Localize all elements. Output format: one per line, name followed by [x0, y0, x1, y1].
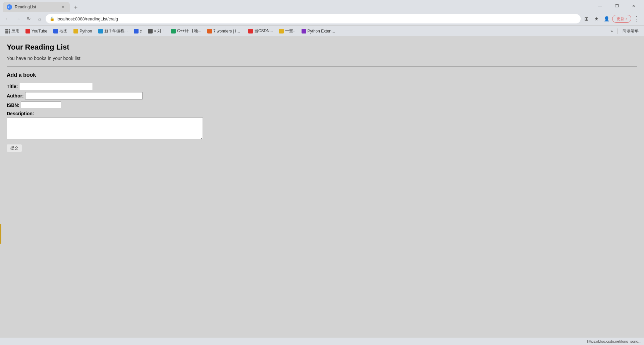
- bookmark-pyext[interactable]: Python Extensi... ...: [299, 27, 339, 35]
- bookmark-cpp-label: C++计 【地...: [177, 28, 201, 34]
- lock-icon: 🔒: [50, 16, 55, 21]
- new-tab-button[interactable]: +: [71, 3, 80, 12]
- bookmark-separator: [618, 28, 618, 34]
- tab-favicon: ⊙: [7, 4, 12, 10]
- tab-close-button[interactable]: ×: [60, 4, 66, 10]
- bookmark-wonders[interactable]: 7 wonders | Imag...: [205, 27, 245, 35]
- isbn-row: ISBN:: [7, 101, 637, 109]
- page-content: Your Reading List You have no books in y…: [0, 36, 644, 345]
- bookmark-maps-label: 地图: [59, 28, 67, 34]
- title-label: Title:: [7, 84, 18, 89]
- misc-icon: [279, 29, 284, 33]
- bookmark-c2[interactable]: c 划！: [145, 27, 168, 35]
- bookmark-python-label: Python: [79, 29, 92, 33]
- reading-list-button[interactable]: 阅读清单: [620, 27, 641, 35]
- author-label: Author:: [7, 93, 24, 98]
- youtube-icon: [25, 29, 30, 33]
- scroll-indicator: [0, 224, 1, 244]
- description-label: Description:: [7, 111, 34, 116]
- python-icon: [73, 29, 78, 33]
- bookmark-coding-label: 新手学编程...: [104, 28, 128, 34]
- section-divider: [7, 66, 637, 67]
- bookmark-python[interactable]: Python: [71, 27, 95, 35]
- maximize-button[interactable]: ❐: [609, 1, 625, 11]
- title-bar: ⊙ ReadingList × + — ❐ ✕: [0, 0, 644, 12]
- bookmark-youtube[interactable]: YouTube: [23, 27, 50, 35]
- menu-button[interactable]: ⋮: [632, 14, 641, 23]
- home-button[interactable]: ⌂: [35, 14, 44, 23]
- pyext-icon: [302, 29, 306, 33]
- status-url: https://blog.csdn.net/long_song...: [587, 339, 641, 343]
- toolbar-right: ⊞ ★ 👤 更新 › ⋮: [582, 14, 641, 23]
- tabs-area: ⊙ ReadingList × +: [3, 0, 592, 12]
- bookmark-maps[interactable]: 地图: [51, 27, 70, 35]
- minimize-button[interactable]: —: [592, 1, 608, 11]
- account-button[interactable]: 👤: [602, 14, 611, 23]
- bookmark-coding[interactable]: 新手学编程...: [96, 27, 130, 35]
- active-tab[interactable]: ⊙ ReadingList ×: [3, 2, 70, 12]
- maps-icon: [53, 29, 58, 33]
- submit-button[interactable]: 提交: [7, 144, 22, 152]
- bookmark-apps-label: 应用: [11, 28, 19, 34]
- bookmark-youtube-label: YouTube: [32, 29, 47, 33]
- refresh-button[interactable]: ↻: [24, 14, 34, 23]
- update-button[interactable]: 更新 ›: [612, 15, 631, 23]
- c2-icon: [148, 29, 153, 33]
- description-textarea[interactable]: [7, 118, 203, 139]
- bookmark-misc[interactable]: 一些..: [276, 27, 298, 35]
- coding-icon: [98, 29, 103, 33]
- title-input[interactable]: [19, 83, 93, 90]
- author-input[interactable]: [25, 92, 143, 99]
- isbn-label: ISBN:: [7, 102, 19, 108]
- add-book-form: Title: Author: ISBN: Description: 提交: [7, 83, 637, 152]
- isbn-input[interactable]: [21, 101, 61, 109]
- c-icon: [134, 29, 139, 33]
- bookmark-misc-label: 一些..: [285, 28, 296, 34]
- window-controls: — ❐ ✕: [592, 1, 641, 11]
- empty-message: You have no books in your book list: [7, 56, 637, 61]
- page-title: Your Reading List: [7, 43, 637, 52]
- more-bookmarks-button[interactable]: »: [608, 27, 615, 35]
- bookmark-csdn-label: 当CSDN...: [254, 28, 273, 34]
- bookmarks-bar: 应用 YouTube 地图 Python 新手学编程... c c 划！: [0, 25, 644, 36]
- address-bar-area: ← → ↻ ⌂ 🔒 localhost:8088/readingList/cra…: [0, 12, 644, 25]
- more-label: »: [610, 29, 613, 33]
- tab-title: ReadingList: [15, 5, 58, 9]
- wonders-icon: [207, 29, 212, 33]
- description-row: Description:: [7, 111, 637, 116]
- bookmark-c-label: c: [140, 29, 142, 33]
- bookmark-c2-label: c 划！: [154, 28, 165, 34]
- author-row: Author:: [7, 92, 637, 99]
- status-bar: https://blog.csdn.net/long_song...: [0, 338, 644, 345]
- bookmarks-more-area: » 阅读清单: [608, 27, 641, 35]
- bookmark-cpp[interactable]: C++计 【地...: [168, 27, 204, 35]
- translate-button[interactable]: ⊞: [582, 14, 591, 23]
- bookmark-button[interactable]: ★: [592, 14, 601, 23]
- url-text: localhost:8088/readingList/craig: [57, 16, 577, 21]
- title-row: Title:: [7, 83, 637, 90]
- bookmark-apps[interactable]: 应用: [3, 27, 22, 35]
- back-button[interactable]: ←: [3, 14, 12, 23]
- apps-icon: [5, 29, 10, 33]
- bookmark-c[interactable]: c: [131, 27, 145, 35]
- add-book-title: Add a book: [7, 72, 637, 78]
- reading-list-label: 阅读清单: [623, 28, 639, 34]
- cpp-icon: [171, 29, 176, 33]
- csdn-icon: [248, 29, 253, 33]
- forward-button[interactable]: →: [13, 14, 23, 23]
- close-button[interactable]: ✕: [626, 1, 641, 11]
- address-bar[interactable]: 🔒 localhost:8088/readingList/craig: [46, 14, 581, 23]
- bookmark-pyext-label: Python Extensi... ...: [308, 29, 336, 33]
- bookmark-csdn[interactable]: 当CSDN...: [246, 27, 276, 35]
- bookmark-wonders-label: 7 wonders | Imag...: [213, 29, 242, 33]
